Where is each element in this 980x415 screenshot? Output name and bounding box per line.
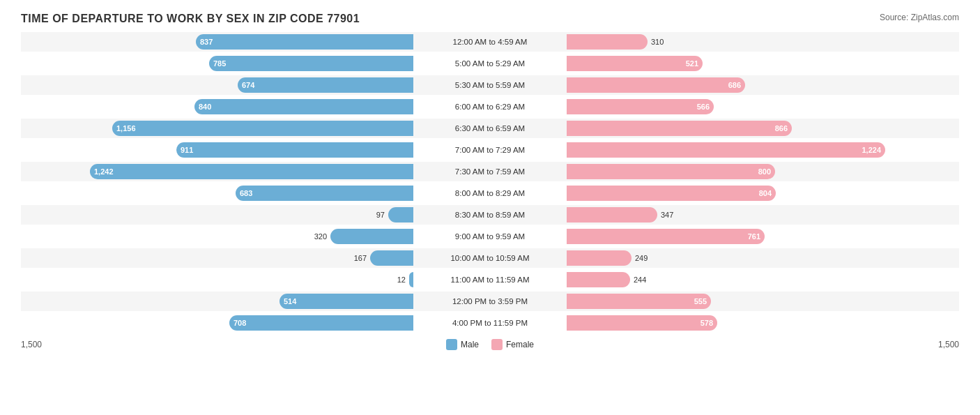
chart-area: 83712:00 AM to 4:59 AM3107855:00 AM to 5… bbox=[21, 32, 959, 350]
legend-male-color bbox=[446, 339, 457, 350]
female-bar: 566 bbox=[567, 99, 714, 114]
right-bar-area: 1,224 bbox=[567, 142, 959, 158]
female-bar-label: 686 bbox=[728, 81, 741, 89]
right-bar-area: 566 bbox=[567, 99, 959, 114]
male-bar bbox=[409, 272, 413, 287]
chart-title: TIME OF DEPARTURE TO WORK BY SEX IN ZIP … bbox=[21, 13, 360, 25]
male-bar: 840 bbox=[194, 99, 413, 114]
time-range-label: 7:00 AM to 7:29 AM bbox=[413, 146, 567, 154]
male-bar-label: 674 bbox=[242, 81, 254, 89]
table-row: 16710:00 AM to 10:59 AM249 bbox=[21, 248, 959, 268]
male-bar: 1,242 bbox=[90, 164, 413, 179]
female-bar bbox=[567, 272, 630, 287]
male-bar-label: 97 bbox=[376, 211, 385, 219]
left-bar-area: 911 bbox=[21, 142, 413, 158]
right-bar-area: 578 bbox=[567, 315, 959, 331]
chart-source: Source: ZipAtlas.com bbox=[880, 13, 959, 22]
table-row: 1,1566:30 AM to 6:59 AM866 bbox=[21, 119, 959, 138]
left-bar-area: 12 bbox=[21, 272, 413, 287]
female-bar: 804 bbox=[567, 186, 776, 201]
female-bar bbox=[567, 250, 631, 266]
legend-male: Male bbox=[446, 339, 479, 350]
legend-female-color bbox=[491, 339, 503, 350]
left-bar-area: 708 bbox=[21, 315, 413, 331]
female-bar-label: 761 bbox=[748, 232, 760, 241]
male-bar-label: 167 bbox=[354, 254, 367, 262]
female-bar-label: 800 bbox=[758, 167, 771, 176]
male-bar-label: 1,156 bbox=[116, 124, 136, 133]
table-row: 7855:00 AM to 5:29 AM521 bbox=[21, 54, 959, 73]
table-row: 7084:00 PM to 11:59 PM578 bbox=[21, 313, 959, 333]
female-bar-label: 578 bbox=[700, 319, 713, 327]
male-bar-label: 837 bbox=[200, 38, 213, 46]
female-bar-label: 347 bbox=[661, 211, 673, 219]
time-range-label: 12:00 PM to 3:59 PM bbox=[413, 297, 567, 305]
table-row: 1211:00 AM to 11:59 AM244 bbox=[21, 270, 959, 289]
left-bar-area: 785 bbox=[21, 56, 413, 71]
male-bar-label: 708 bbox=[233, 319, 246, 327]
time-range-label: 11:00 AM to 11:59 AM bbox=[413, 276, 567, 284]
female-bar: 521 bbox=[567, 56, 703, 71]
male-bar-label: 514 bbox=[284, 297, 296, 305]
chart-container: TIME OF DEPARTURE TO WORK BY SEX IN ZIP … bbox=[0, 0, 980, 371]
female-bar-label: 566 bbox=[697, 103, 710, 111]
female-bar: 578 bbox=[567, 315, 717, 331]
male-bar: 837 bbox=[196, 34, 413, 50]
table-row: 8406:00 AM to 6:29 AM566 bbox=[21, 97, 959, 116]
male-bar: 683 bbox=[236, 186, 413, 201]
time-range-label: 10:00 AM to 10:59 AM bbox=[413, 254, 567, 262]
female-bar-label: 249 bbox=[635, 254, 648, 262]
female-bar: 1,224 bbox=[567, 142, 885, 158]
female-bar-label: 244 bbox=[634, 276, 646, 284]
right-bar-area: 347 bbox=[567, 207, 959, 222]
male-bar: 514 bbox=[280, 294, 413, 309]
female-bar bbox=[567, 34, 648, 50]
time-range-label: 5:30 AM to 5:59 AM bbox=[413, 81, 567, 89]
female-bar: 761 bbox=[567, 229, 765, 244]
female-bar-label: 866 bbox=[775, 124, 788, 133]
left-bar-area: 683 bbox=[21, 186, 413, 201]
left-bar-area: 514 bbox=[21, 294, 413, 309]
right-bar-area: 521 bbox=[567, 56, 959, 71]
female-bar: 686 bbox=[567, 77, 745, 93]
time-range-label: 5:00 AM to 5:29 AM bbox=[413, 59, 567, 68]
table-row: 978:30 AM to 8:59 AM347 bbox=[21, 205, 959, 225]
left-bar-area: 167 bbox=[21, 250, 413, 266]
right-bar-area: 686 bbox=[567, 77, 959, 93]
male-bar: 674 bbox=[238, 77, 413, 93]
right-bar-area: 866 bbox=[567, 121, 959, 136]
table-row: 9117:00 AM to 7:29 AM1,224 bbox=[21, 140, 959, 160]
table-row: 1,2427:30 AM to 7:59 AM800 bbox=[21, 162, 959, 181]
time-range-label: 8:30 AM to 8:59 AM bbox=[413, 211, 567, 219]
left-bar-area: 1,242 bbox=[21, 164, 413, 179]
table-row: 3209:00 AM to 9:59 AM761 bbox=[21, 227, 959, 246]
table-row: 51412:00 PM to 3:59 PM555 bbox=[21, 292, 959, 311]
right-bar-area: 761 bbox=[567, 229, 959, 244]
right-bar-area: 804 bbox=[567, 186, 959, 201]
female-bar bbox=[567, 207, 657, 222]
right-bar-area: 800 bbox=[567, 164, 959, 179]
male-bar-label: 683 bbox=[240, 189, 252, 197]
female-bar-label: 310 bbox=[651, 38, 664, 46]
female-bar: 555 bbox=[567, 294, 711, 309]
male-bar-label: 785 bbox=[213, 59, 226, 68]
legend: Male Female bbox=[415, 339, 565, 350]
left-bar-area: 97 bbox=[21, 207, 413, 222]
table-row: 6838:00 AM to 8:29 AM804 bbox=[21, 183, 959, 203]
table-row: 83712:00 AM to 4:59 AM310 bbox=[21, 32, 959, 52]
female-bar-label: 555 bbox=[694, 297, 707, 305]
rows-wrapper: 83712:00 AM to 4:59 AM3107855:00 AM to 5… bbox=[21, 32, 959, 335]
male-bar-label: 1,242 bbox=[94, 167, 114, 176]
right-bar-area: 555 bbox=[567, 294, 959, 309]
left-bar-area: 837 bbox=[21, 34, 413, 50]
legend-male-label: Male bbox=[461, 340, 479, 349]
male-bar bbox=[330, 229, 413, 244]
male-bar: 708 bbox=[229, 315, 413, 331]
female-bar: 800 bbox=[567, 164, 775, 179]
time-range-label: 6:30 AM to 6:59 AM bbox=[413, 124, 567, 133]
right-bar-area: 249 bbox=[567, 250, 959, 266]
time-range-label: 7:30 AM to 7:59 AM bbox=[413, 167, 567, 176]
left-bar-area: 840 bbox=[21, 99, 413, 114]
time-range-label: 9:00 AM to 9:59 AM bbox=[413, 232, 567, 241]
female-bar-label: 521 bbox=[686, 59, 698, 68]
